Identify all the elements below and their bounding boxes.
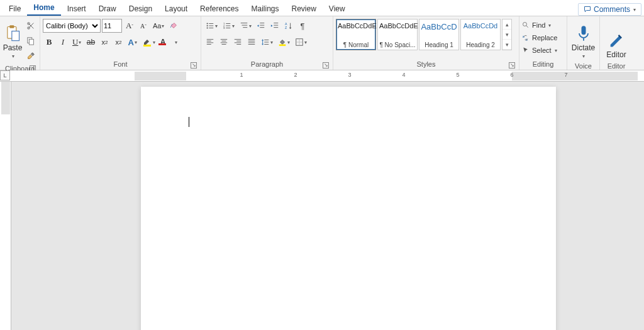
styles-scroll-up[interactable]: ▴ — [502, 19, 511, 30]
ruler-vertical[interactable] — [0, 82, 11, 330]
editor-label: Editor — [606, 50, 626, 59]
underline-button[interactable]: U▾ — [70, 35, 83, 49]
svg-text:Z: Z — [285, 26, 287, 30]
align-center-icon — [219, 38, 228, 47]
tab-home[interactable]: Home — [27, 1, 60, 16]
svg-rect-5 — [28, 38, 32, 43]
search-icon — [522, 21, 530, 29]
tab-mailings[interactable]: Mailings — [245, 2, 285, 16]
styles-scroll: ▴ ▾ ▾ — [502, 19, 512, 50]
sort-button[interactable]: AZ — [282, 19, 295, 33]
ruler-horizontal[interactable]: L 1 2 3 4 5 6 7 — [0, 70, 644, 82]
highlighter-icon — [142, 37, 152, 47]
multilevel-list-button[interactable]: ▾ — [238, 19, 253, 33]
font-size-input[interactable] — [102, 19, 122, 33]
svg-text:1: 1 — [223, 22, 225, 25]
tab-design[interactable]: Design — [123, 2, 158, 16]
bold-button[interactable]: B — [43, 35, 55, 49]
justify-button[interactable] — [245, 35, 258, 49]
select-button[interactable]: Select▾ — [522, 44, 557, 57]
subscript-button[interactable]: x2 — [98, 35, 111, 49]
align-right-button[interactable] — [231, 35, 244, 49]
tab-references[interactable]: References — [194, 2, 245, 16]
tab-view[interactable]: View — [323, 2, 352, 16]
bullets-button[interactable]: ▾ — [204, 19, 219, 33]
page[interactable] — [141, 87, 556, 330]
paste-label: Paste — [3, 43, 23, 52]
numbering-button[interactable]: 123▾ — [221, 19, 236, 33]
paste-button[interactable]: Paste ▾ — [3, 19, 23, 60]
svg-text:A: A — [285, 22, 287, 26]
italic-button[interactable]: I — [57, 35, 69, 49]
paragraph-launcher[interactable]: ↘ — [323, 62, 329, 69]
pilcrow-icon — [301, 21, 305, 31]
find-button[interactable]: Find▾ — [522, 19, 551, 31]
shrink-font-button[interactable]: Aˇ — [137, 19, 150, 33]
font-color-button[interactable]: A▾ — [158, 35, 180, 49]
align-left-button[interactable] — [204, 35, 216, 49]
shading-button[interactable]: ▾ — [276, 35, 292, 49]
editor-button[interactable]: Editor — [602, 19, 630, 60]
superscript-button[interactable]: x2 — [112, 35, 125, 49]
format-painter-button[interactable] — [25, 49, 37, 63]
style-name: ¶ Normal — [338, 41, 374, 48]
clear-formatting-button[interactable]: A — [167, 19, 180, 33]
borders-icon — [295, 38, 304, 47]
svg-point-10 — [207, 23, 208, 24]
tab-review[interactable]: Review — [286, 2, 323, 16]
borders-button[interactable]: ▾ — [293, 35, 309, 49]
paste-icon — [4, 25, 21, 42]
cut-button[interactable] — [25, 19, 37, 33]
numbering-icon: 123 — [223, 21, 231, 30]
align-left-icon — [206, 38, 214, 47]
group-voice: Dictate ▾ Voice — [567, 16, 600, 70]
svg-rect-8 — [143, 45, 151, 47]
style-sample: AaBbCcDdE — [338, 22, 374, 30]
work-area — [0, 82, 644, 330]
align-center-button[interactable] — [218, 35, 230, 49]
ribbon: Paste ▾ Clipboard↘ Calibri (Body) Aˆ Aˇ … — [0, 16, 644, 70]
svg-point-3 — [28, 27, 30, 30]
strikethrough-button[interactable]: ab — [84, 35, 97, 49]
ribbon-tabbar: File Home Insert Draw Design Layout Refe… — [0, 0, 644, 16]
show-marks-button[interactable] — [296, 19, 309, 33]
styles-expand[interactable]: ▾ — [502, 40, 511, 50]
styles-scroll-down[interactable]: ▾ — [502, 30, 511, 40]
replace-button[interactable]: abReplace — [522, 31, 557, 44]
tab-selector[interactable]: L — [0, 70, 10, 80]
tab-insert[interactable]: Insert — [61, 2, 92, 16]
style-heading1[interactable]: AaBbCcD Heading 1 — [419, 19, 459, 50]
outdent-icon — [257, 21, 265, 30]
grow-font-button[interactable]: Aˆ — [123, 19, 136, 33]
styles-launcher[interactable]: ↘ — [509, 62, 515, 69]
multilevel-icon — [240, 21, 248, 30]
style-heading2[interactable]: AaBbCcDd Heading 2 — [460, 19, 501, 50]
dictate-button[interactable]: Dictate ▾ — [570, 19, 597, 60]
microphone-icon — [575, 25, 592, 42]
comments-button[interactable]: Comments ▾ — [578, 3, 641, 16]
highlight-button[interactable]: ▾ — [140, 35, 157, 49]
tab-draw[interactable]: Draw — [92, 2, 123, 16]
style-no-spacing[interactable]: AaBbCcDdE ¶ No Spaci... — [377, 19, 418, 50]
svg-rect-19 — [296, 39, 303, 46]
comment-icon — [584, 6, 591, 13]
font-launcher[interactable]: ↘ — [191, 62, 197, 69]
change-case-button[interactable]: Aa▾ — [151, 19, 166, 33]
font-name-select[interactable]: Calibri (Body) — [43, 19, 101, 33]
style-normal[interactable]: AaBbCcDdE ¶ Normal — [336, 19, 376, 50]
group-editor: Editor Editor — [600, 16, 633, 70]
copy-button[interactable] — [25, 34, 37, 48]
replace-icon: ab — [522, 34, 530, 41]
tab-layout[interactable]: Layout — [158, 2, 194, 16]
decrease-indent-button[interactable] — [255, 19, 267, 33]
style-name: Heading 1 — [421, 41, 457, 48]
increase-indent-button[interactable] — [269, 19, 281, 33]
tab-file[interactable]: File — [3, 2, 27, 16]
svg-point-20 — [523, 23, 527, 26]
eraser-icon: A — [169, 21, 178, 30]
document-canvas[interactable] — [11, 82, 644, 330]
svg-rect-18 — [279, 45, 286, 47]
line-spacing-button[interactable]: ▾ — [259, 35, 275, 49]
svg-text:A: A — [170, 23, 174, 29]
text-effects-button[interactable]: A▾ — [126, 35, 138, 49]
